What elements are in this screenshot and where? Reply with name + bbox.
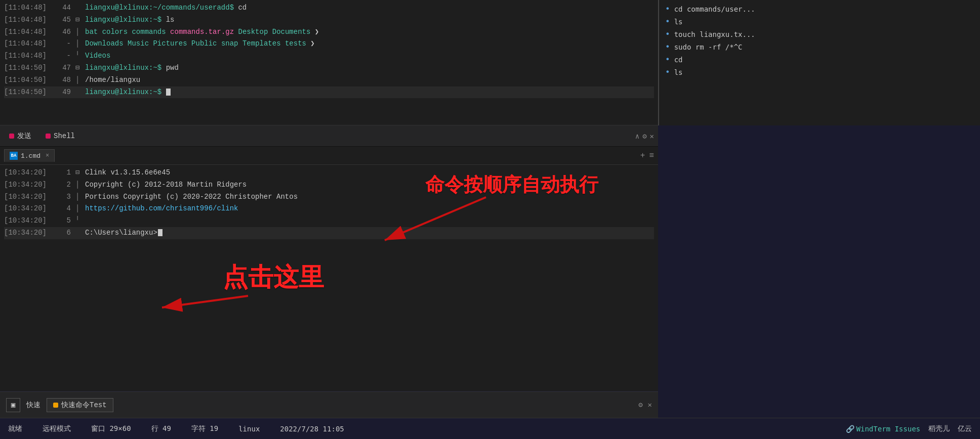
fold-icon: │ (72, 191, 83, 203)
quick-settings-icon[interactable]: ⚙ (638, 401, 642, 409)
line-number: 6 (55, 227, 71, 239)
rp-cmd: ls (674, 18, 683, 26)
network-icon: 🔗 (846, 425, 854, 433)
line-number: 4 (55, 203, 71, 215)
tab-bar: 发送 Shell ∧ ⚙ ✕ (0, 125, 658, 147)
line-number: - (55, 50, 71, 62)
tab-send[interactable]: 发送 (4, 129, 36, 143)
timestamp: [11:04:48] (4, 50, 55, 62)
file-tab-bar: BA 1.cmd × + ≡ (0, 147, 658, 165)
terminal-line: [11:04:50] 47 ⊟ liangxu@lxlinux:~$ pwd (4, 62, 654, 74)
status-char: 字符 19 (191, 424, 218, 433)
status-bar: 就绪 远程模式 窗口 29×60 行 49 字符 19 linux 2022/7… (0, 418, 980, 439)
send-label: 发送 (17, 131, 31, 141)
right-panel-item: ls (665, 67, 974, 77)
top-terminal[interactable]: [11:04:48] 44 liangxu@lxlinux:~/commands… (0, 0, 658, 125)
line-content: liangxu@lxlinux:~$ ls (83, 14, 654, 26)
fold-icon (72, 86, 83, 99)
terminal-line: [10:34:20] 5 ╵ (4, 215, 654, 227)
rp-cmd: cd (674, 56, 683, 64)
status-app: 稻壳儿 (928, 424, 950, 433)
fold-icon: ⊟ (72, 14, 83, 26)
quick-speed-label: 快速 (26, 401, 40, 410)
line-number: 1 (55, 167, 71, 179)
fold-icon (72, 2, 83, 14)
line-content: bat colors commands commands.tar.gz Desk… (83, 26, 654, 38)
rp-cmd: cd commands/user... (674, 5, 755, 13)
line-number: 46 (55, 26, 71, 38)
fold-icon: │ (72, 38, 83, 50)
bottom-terminal[interactable]: [10:34:20] 1 ⊟ Clink v1.3.15.6e6e45 [10:… (0, 165, 658, 391)
tab-shell[interactable]: Shell (40, 130, 80, 142)
line-content: Videos (83, 50, 654, 62)
terminal-line: [10:34:20] 2 │ Copyright (c) 2012-2018 M… (4, 179, 654, 191)
chevron-up-icon[interactable]: ∧ (635, 131, 639, 140)
cmd-terminal-content: [10:34:20] 1 ⊟ Clink v1.3.15.6e6e45 [10:… (0, 165, 658, 241)
terminal-line: [11:04:48] 45 ⊟ liangxu@lxlinux:~$ ls (4, 14, 654, 26)
timestamp: [10:34:20] (4, 179, 55, 191)
fold-icon: │ (72, 203, 83, 215)
line-content: Clink v1.3.15.6e6e45 (83, 167, 654, 179)
status-os: linux (238, 425, 260, 433)
line-content: liangxu@lxlinux:~$ pwd (83, 62, 654, 74)
quick-bar-icon[interactable]: ▣ (6, 398, 20, 412)
window-controls: ∧ ⚙ ✕ (635, 131, 654, 140)
status-cloud: 亿云 (958, 424, 972, 433)
line-number: 47 (55, 62, 71, 74)
right-panel: cd commands/user... ls touch liangxu.tx.… (658, 0, 980, 125)
rp-cmd: sudo rm -rf /*^C (674, 43, 743, 51)
line-content: liangxu@lxlinux:~/commands/useradd$ cd (83, 2, 654, 14)
terminal-line: [10:34:20] 4 │ https://github.com/chrisa… (4, 203, 654, 215)
line-number: 44 (55, 2, 71, 14)
line-content: /home/liangxu (83, 74, 654, 86)
terminal-line: [11:04:48] - │ Downloads Music Pictures … (4, 38, 654, 50)
timestamp: [11:04:48] (4, 26, 55, 38)
status-ready: 就绪 (8, 424, 22, 433)
settings-icon[interactable]: ⚙ (642, 131, 646, 140)
timestamp: [11:04:48] (4, 14, 55, 26)
line-number: 48 (55, 74, 71, 86)
line-number: 5 (55, 215, 71, 227)
timestamp: [11:04:50] (4, 62, 55, 74)
status-windterm[interactable]: 🔗 WindTerm Issues (846, 425, 920, 433)
fold-icon: ⊟ (72, 62, 83, 74)
quick-close-icon[interactable]: ✕ (648, 401, 652, 409)
terminal-line: [10:34:20] 6 C:\Users\liangxu> (4, 227, 654, 239)
quick-tab-dot (53, 403, 58, 408)
timestamp: [11:04:48] (4, 2, 55, 14)
line-content: Copyright (c) 2012-2018 Martin Ridgers (83, 179, 654, 191)
terminal-line: [11:04:48] 46 │ bat colors commands comm… (4, 26, 654, 38)
add-tab-icon[interactable]: + (640, 151, 645, 160)
fold-icon: ╵ (72, 215, 83, 227)
line-number: 49 (55, 86, 71, 99)
timestamp: [10:34:20] (4, 203, 55, 215)
terminal-line: [11:04:48] - ╵ Videos (4, 50, 654, 62)
terminal-line: [11:04:50] 49 liangxu@lxlinux:~$ (4, 86, 654, 99)
file-tab-icon: BA (10, 152, 18, 160)
line-content: Downloads Music Pictures Public snap Tem… (83, 38, 654, 50)
quick-bar-controls: ⚙ ✕ (638, 401, 652, 409)
file-tab-close-button[interactable]: × (46, 152, 49, 159)
rp-cmd: ls (674, 68, 683, 76)
right-panel-item: touch liangxu.tx... (665, 29, 974, 39)
timestamp: [11:04:48] (4, 38, 55, 50)
file-tab-1cmd[interactable]: BA 1.cmd × (4, 149, 55, 162)
quick-command-tab[interactable]: 快速命令Test (47, 398, 113, 412)
rp-cmd: touch liangxu.tx... (674, 30, 755, 38)
line-content: liangxu@lxlinux:~$ (83, 86, 654, 99)
line-content: https://github.com/chrisant996/clink (83, 203, 654, 215)
right-panel-item: cd (665, 55, 974, 64)
right-panel-item: sudo rm -rf /*^C (665, 42, 974, 52)
fold-icon: │ (72, 179, 83, 191)
file-tab-bar-controls: + ≡ (640, 151, 654, 160)
close-icon[interactable]: ✕ (650, 131, 654, 140)
fold-icon: │ (72, 74, 83, 86)
line-content: C:\Users\liangxu> (83, 227, 654, 239)
terminal-line: [10:34:20] 1 ⊟ Clink v1.3.15.6e6e45 (4, 167, 654, 179)
line-number: 45 (55, 14, 71, 26)
timestamp: [10:34:20] (4, 227, 55, 239)
quick-tab-label: 快速命令Test (61, 401, 107, 410)
more-icon[interactable]: ≡ (649, 151, 654, 160)
fold-icon: ╵ (72, 50, 83, 62)
line-content (83, 215, 654, 227)
